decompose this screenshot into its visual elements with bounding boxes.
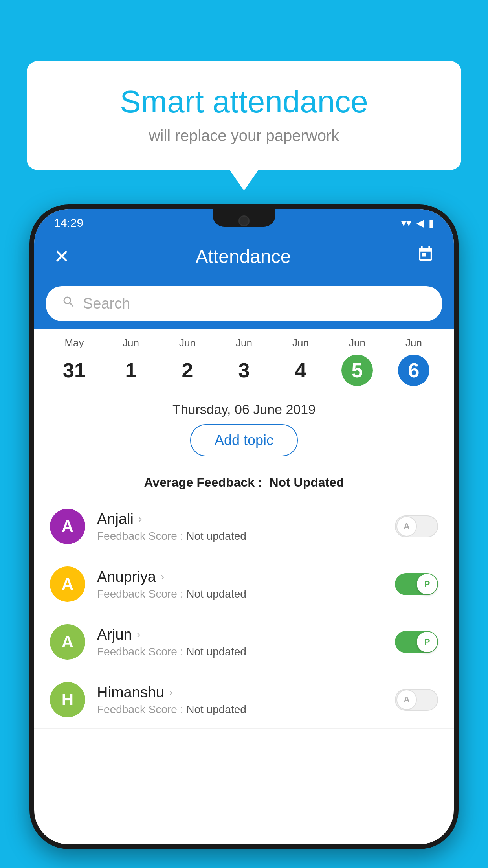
chevron-right-icon: › [161, 570, 164, 583]
attendance-toggle[interactable]: P [395, 573, 438, 595]
day-number-label: 4 [285, 355, 316, 386]
student-avatar: A [50, 509, 85, 544]
wifi-icon: ▾▾ [401, 217, 411, 229]
day-month-label: May [46, 337, 103, 349]
selected-date: Thursday, 06 June 2019 [34, 390, 454, 424]
day-month-label: Jun [385, 337, 442, 349]
search-container: Search [34, 278, 454, 329]
calendar-strip: May31Jun1Jun2Jun3Jun4Jun5Jun6 [34, 329, 454, 390]
student-feedback: Feedback Score : Not updated [97, 645, 383, 658]
student-avatar: A [50, 566, 85, 602]
day-month-label: Jun [216, 337, 272, 349]
avg-feedback-value: Not Updated [269, 475, 344, 489]
search-input[interactable]: Search [83, 295, 130, 312]
avg-feedback-label: Average Feedback : [144, 475, 262, 489]
student-avatar: A [50, 624, 85, 660]
calendar-day-2[interactable]: Jun2 [159, 337, 216, 386]
battery-icon: ▮ [429, 217, 434, 229]
calendar-day-5[interactable]: Jun5 [329, 337, 385, 386]
student-item[interactable]: AAnjali ›Feedback Score : Not updatedA [34, 498, 454, 555]
student-name: Anjali › [97, 511, 383, 528]
status-icons: ▾▾ ◀ ▮ [401, 217, 434, 229]
toggle-knob: P [417, 632, 437, 652]
toggle-knob: P [417, 574, 437, 594]
header-title: Attendance [196, 246, 291, 267]
student-feedback: Feedback Score : Not updated [97, 703, 383, 716]
day-number-label: 3 [228, 355, 260, 386]
phone-camera [238, 215, 250, 226]
status-time: 14:29 [54, 216, 83, 230]
student-name: Arjun › [97, 626, 383, 643]
chevron-right-icon: › [138, 513, 142, 525]
calendar-day-3[interactable]: Jun3 [216, 337, 272, 386]
student-name: Himanshu › [97, 684, 383, 701]
calendar-day-4[interactable]: Jun4 [272, 337, 329, 386]
bubble-title: Smart attendance [54, 85, 434, 119]
feedback-value: Not updated [186, 645, 246, 658]
day-number-label: 5 [341, 355, 373, 386]
student-feedback: Feedback Score : Not updated [97, 588, 383, 600]
feedback-value: Not updated [186, 703, 246, 715]
day-number-label: 2 [172, 355, 203, 386]
student-info: Himanshu ›Feedback Score : Not updated [97, 684, 383, 716]
toggle-knob: A [396, 516, 417, 537]
student-feedback: Feedback Score : Not updated [97, 530, 383, 542]
phone-frame: 14:29 ▾▾ ◀ ▮ ✕ Attendance [29, 204, 459, 849]
speech-bubble-container: Smart attendance will replace your paper… [27, 61, 461, 170]
calendar-day-1[interactable]: Jun1 [103, 337, 159, 386]
avg-feedback: Average Feedback : Not Updated [34, 471, 454, 498]
search-icon [62, 295, 76, 313]
phone-notch [213, 209, 275, 227]
student-item[interactable]: AAnupriya ›Feedback Score : Not updatedP [34, 555, 454, 613]
calendar-day-31[interactable]: May31 [46, 337, 103, 386]
attendance-toggle[interactable]: A [395, 689, 438, 711]
phone-container: 14:29 ▾▾ ◀ ▮ ✕ Attendance [29, 204, 459, 868]
day-month-label: Jun [159, 337, 216, 349]
student-info: Anupriya ›Feedback Score : Not updated [97, 568, 383, 600]
chevron-right-icon: › [137, 628, 140, 641]
student-item[interactable]: AArjun ›Feedback Score : Not updatedP [34, 613, 454, 671]
day-month-label: Jun [272, 337, 329, 349]
day-number-label: 1 [115, 355, 147, 386]
day-number-label: 6 [398, 355, 429, 386]
attendance-toggle[interactable]: A [395, 515, 438, 537]
student-info: Arjun ›Feedback Score : Not updated [97, 626, 383, 658]
student-item[interactable]: HHimanshu ›Feedback Score : Not updatedA [34, 671, 454, 729]
add-topic-button[interactable]: Add topic [190, 424, 298, 456]
speech-bubble: Smart attendance will replace your paper… [27, 61, 461, 170]
day-number-label: 31 [59, 355, 90, 386]
calendar-day-6[interactable]: Jun6 [385, 337, 442, 386]
bubble-subtitle: will replace your paperwork [54, 127, 434, 145]
student-list: AAnjali ›Feedback Score : Not updatedAAA… [34, 498, 454, 844]
signal-icon: ◀ [416, 217, 424, 229]
search-bar[interactable]: Search [46, 286, 442, 321]
feedback-value: Not updated [186, 530, 246, 542]
chevron-right-icon: › [169, 686, 172, 699]
app-header: ✕ Attendance [34, 234, 454, 278]
feedback-value: Not updated [186, 588, 246, 600]
toggle-knob: A [396, 690, 417, 710]
day-month-label: Jun [329, 337, 385, 349]
calendar-icon[interactable] [417, 246, 434, 267]
close-button[interactable]: ✕ [54, 245, 70, 267]
student-avatar: H [50, 682, 85, 717]
day-month-label: Jun [103, 337, 159, 349]
student-info: Anjali ›Feedback Score : Not updated [97, 511, 383, 542]
phone-screen: 14:29 ▾▾ ◀ ▮ ✕ Attendance [34, 209, 454, 844]
student-name: Anupriya › [97, 568, 383, 585]
attendance-toggle[interactable]: P [395, 631, 438, 653]
